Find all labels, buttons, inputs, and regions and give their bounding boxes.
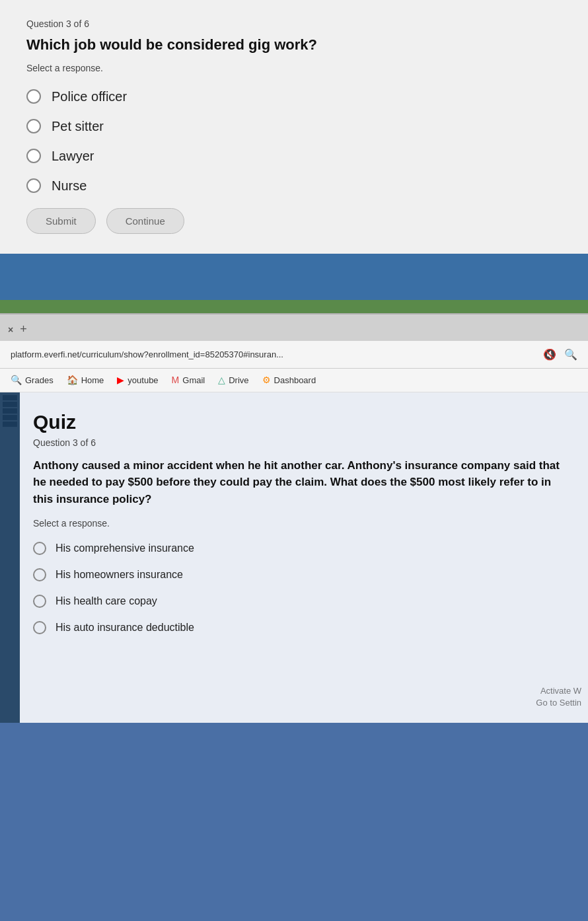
- bookmark-drive-label: Drive: [229, 375, 248, 385]
- dashboard-icon: ⚙: [262, 375, 271, 385]
- youtube-icon: ▶: [117, 375, 124, 385]
- radio-homeowners[interactable]: [33, 568, 46, 581]
- watermark-line1: Activate W: [540, 686, 581, 696]
- bookmark-youtube[interactable]: ▶ youtube: [117, 375, 158, 385]
- bookmark-home-label: Home: [81, 375, 104, 385]
- search-icon[interactable]: 🔍: [564, 348, 577, 361]
- option-label-homeowners: His homeowners insurance: [55, 569, 183, 581]
- bookmark-grades[interactable]: 🔍 Grades: [11, 375, 54, 385]
- bookmark-grades-label: Grades: [25, 375, 54, 385]
- bookmark-home[interactable]: 🏠 Home: [67, 375, 104, 385]
- mute-icon[interactable]: 🔇: [543, 348, 556, 361]
- option-label-comprehensive: His comprehensive insurance: [55, 542, 194, 554]
- bookmarks-bar: 🔍 Grades 🏠 Home ▶ youtube M Gmail △ Driv…: [0, 369, 588, 392]
- option-label-health-copay: His health care copay: [55, 595, 157, 607]
- sidebar-block-2: [3, 402, 17, 407]
- option-label-lawyer: Lawyer: [52, 149, 94, 164]
- radio-health-copay[interactable]: [33, 595, 46, 608]
- radio-lawyer[interactable]: [26, 149, 41, 163]
- top-select-response: Select a response.: [26, 63, 562, 73]
- bookmark-drive[interactable]: △ Drive: [218, 375, 248, 385]
- option-row-3[interactable]: Lawyer: [26, 149, 562, 164]
- bottom-option-row-2[interactable]: His homeowners insurance: [33, 568, 562, 581]
- radio-nurse[interactable]: [26, 178, 41, 193]
- tab-close-button[interactable]: ×: [8, 324, 13, 335]
- bottom-question-text: Anthony caused a minor accident when he …: [33, 457, 562, 508]
- bottom-quiz-wrapper: Quiz Question 3 of 6 Anthony caused a mi…: [0, 392, 588, 723]
- top-question-text: Which job would be considered gig work?: [26, 36, 562, 55]
- option-label-police-officer: Police officer: [52, 89, 127, 104]
- bottom-select-response: Select a response.: [33, 518, 562, 529]
- bottom-option-row-1[interactable]: His comprehensive insurance: [33, 542, 562, 555]
- bookmark-gmail-label: Gmail: [182, 375, 205, 385]
- quiz-title: Quiz: [33, 411, 562, 433]
- blue-decorative-section: [0, 254, 588, 313]
- sidebar-block-5: [3, 422, 17, 427]
- top-btn-row: Submit Continue: [26, 208, 562, 234]
- option-label-auto-deductible: His auto insurance deductible: [55, 622, 194, 634]
- radio-police-officer[interactable]: [26, 89, 41, 104]
- home-icon: 🏠: [67, 375, 78, 385]
- bookmark-gmail[interactable]: M Gmail: [172, 375, 205, 385]
- activate-watermark: Activate W Go to Settin: [536, 685, 581, 709]
- bookmark-dashboard[interactable]: ⚙ Dashboard: [262, 375, 316, 385]
- bookmark-dashboard-label: Dashboard: [274, 375, 316, 385]
- radio-auto-deductible[interactable]: [33, 621, 46, 634]
- option-row-1[interactable]: Police officer: [26, 89, 562, 104]
- bookmark-youtube-label: youtube: [128, 375, 158, 385]
- bottom-option-row-4[interactable]: His auto insurance deductible: [33, 621, 562, 634]
- address-text[interactable]: platform.everfi.net/curriculum/show?enro…: [11, 350, 535, 359]
- sidebar-block-3: [3, 408, 17, 414]
- top-question-label: Question 3 of 6: [26, 18, 562, 29]
- option-row-4[interactable]: Nurse: [26, 178, 562, 194]
- radio-comprehensive[interactable]: [33, 542, 46, 555]
- top-quiz-card: Question 3 of 6 Which job would be consi…: [0, 0, 588, 254]
- bottom-quiz-content: Quiz Question 3 of 6 Anthony caused a mi…: [20, 392, 588, 723]
- radio-pet-sitter[interactable]: [26, 119, 41, 133]
- left-sidebar: [0, 392, 20, 723]
- drive-icon: △: [218, 375, 225, 385]
- continue-button[interactable]: Continue: [106, 208, 184, 234]
- sidebar-block-1: [3, 395, 17, 400]
- sidebar-block-4: [3, 415, 17, 420]
- option-label-pet-sitter: Pet sitter: [52, 119, 104, 134]
- watermark-line2: Go to Settin: [536, 698, 581, 708]
- browser-tab-bar: × +: [0, 313, 588, 341]
- green-strip: [0, 300, 588, 313]
- browser-address-bar: platform.everfi.net/curriculum/show?enro…: [0, 341, 588, 369]
- option-label-nurse: Nurse: [52, 178, 87, 194]
- bottom-question-label: Question 3 of 6: [33, 437, 562, 448]
- option-row-2[interactable]: Pet sitter: [26, 119, 562, 134]
- gmail-icon: M: [172, 375, 180, 385]
- submit-button[interactable]: Submit: [26, 208, 96, 234]
- grades-icon: 🔍: [11, 375, 22, 385]
- tab-new-button[interactable]: +: [20, 322, 27, 336]
- bottom-option-row-3[interactable]: His health care copay: [33, 595, 562, 608]
